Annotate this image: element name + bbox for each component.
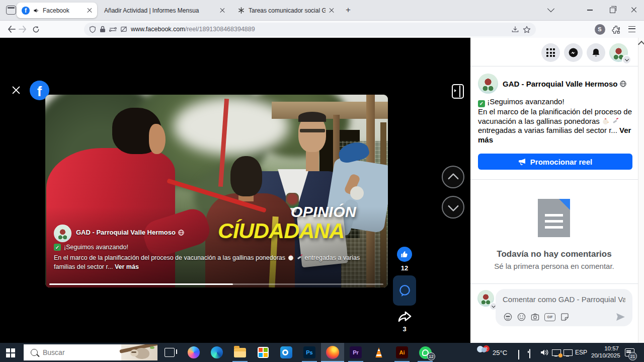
promote-reel-button[interactable]: Promocionar reel [478, 154, 632, 170]
notifications-button[interactable] [587, 43, 605, 62]
reel-video[interactable]: OPINIÓN CÍUDADANA GAD - Parroquial Valle… [45, 95, 388, 287]
close-reel-icon[interactable] [9, 83, 23, 97]
see-more-link[interactable]: Ver más [115, 263, 139, 270]
outlook-icon [280, 346, 292, 358]
taskbar-search[interactable] [24, 344, 157, 360]
tab-close-icon[interactable] [220, 8, 225, 13]
url-bar[interactable]: www.facebook.com/reel/1891308468394889 [84, 23, 536, 36]
edge-button[interactable] [205, 343, 228, 362]
save-page-icon[interactable] [511, 26, 519, 33]
page-header: GAD - Parroquial Valle Hermoso [478, 74, 626, 94]
collapse-sidebar-icon[interactable] [452, 84, 464, 99]
like-count: 12 [389, 264, 420, 272]
previous-reel-button[interactable] [442, 166, 464, 188]
language-indicator[interactable]: ESP [575, 349, 587, 356]
comment-button[interactable] [393, 275, 416, 306]
video-progress-bar[interactable] [49, 283, 383, 285]
start-button[interactable] [6, 348, 15, 357]
screen: f Facebook Añadir Actividad | Informes M… [0, 0, 644, 362]
syringe-icon [296, 254, 303, 261]
account-chevron-icon[interactable] [622, 55, 631, 64]
store-icon [258, 347, 269, 358]
tab-tareas[interactable]: Tareas comunicador social GAD [232, 3, 339, 18]
clock[interactable]: 10:57 20/10/2025 [591, 345, 619, 359]
check-icon: ✓ [54, 244, 61, 251]
avatar-sticker-icon[interactable] [504, 313, 512, 321]
page-name[interactable]: GAD - Parroquial Valle Hermoso [503, 80, 626, 88]
thumbs-up-icon [400, 250, 409, 258]
check-icon: ✓ [478, 100, 485, 107]
minimize-button[interactable] [580, 0, 599, 20]
menu-hamburger-icon[interactable] [624, 21, 639, 38]
video-progress-played [49, 283, 233, 285]
file-explorer-button[interactable] [228, 343, 252, 362]
send-icon[interactable] [616, 313, 625, 321]
vlc-button[interactable] [367, 343, 390, 362]
next-reel-button[interactable] [442, 196, 464, 219]
weather-badge: 2 [483, 345, 490, 352]
temperature-label[interactable]: 25°C [493, 349, 507, 356]
apps-menu-button[interactable] [541, 43, 560, 62]
tab-close-icon[interactable] [87, 8, 92, 13]
volume-icon[interactable] [540, 349, 549, 358]
like-button[interactable] [397, 247, 412, 262]
blocked-autoplay-icon[interactable] [120, 26, 127, 33]
grid-icon [546, 48, 555, 57]
messenger-button[interactable] [564, 43, 583, 62]
tray-expand-icon[interactable] [518, 351, 519, 360]
no-comments-subtitle: Sé la primera persona en comentar. [470, 262, 638, 270]
task-view-button[interactable] [158, 343, 181, 362]
window-close-button[interactable] [624, 0, 643, 20]
page-avatar[interactable] [478, 74, 498, 94]
reel-stage: f [0, 38, 470, 343]
page-name-overlay[interactable]: GAD - Parroquial Valle Hermoso [76, 229, 184, 236]
scroll-up-icon[interactable] [637, 41, 644, 48]
time-label: 10:57 [591, 345, 619, 352]
firefox-view-icon[interactable] [6, 6, 16, 15]
search-input[interactable] [42, 348, 99, 357]
comment-placeholder[interactable]: Comentar como GAD - Parroquial Vall... [503, 295, 625, 304]
reload-button[interactable] [28, 21, 43, 38]
premiere-button[interactable]: Pr [344, 343, 367, 362]
search-highlight-sloth-image[interactable] [121, 344, 157, 360]
facebook-favicon: f [22, 7, 30, 15]
lock-icon[interactable] [100, 26, 106, 33]
comment-bubble-icon [398, 284, 412, 298]
firefox-button[interactable] [321, 343, 344, 362]
gif-icon[interactable]: GIF [544, 313, 555, 321]
browser-tab-strip: f Facebook Añadir Actividad | Informes M… [0, 0, 644, 21]
whatsapp-button[interactable]: 12 [414, 343, 437, 362]
illustrator-button[interactable]: Ai [390, 343, 414, 362]
notification-center-button[interactable]: 21 [625, 348, 634, 356]
outlook-button[interactable] [275, 343, 298, 362]
share-button[interactable] [397, 310, 413, 326]
new-tab-button[interactable]: + [342, 4, 354, 16]
photoshop-button[interactable]: Ps [298, 343, 321, 362]
comment-composer[interactable]: Comentar como GAD - Parroquial Vall... G… [496, 289, 632, 326]
shield-icon[interactable] [89, 26, 96, 33]
tab-informes[interactable]: Añadir Actividad | Informes Mensua [99, 3, 230, 18]
tab-audio-icon[interactable] [33, 8, 39, 14]
divider [470, 283, 638, 284]
network-icon[interactable] [564, 349, 573, 356]
phone-link-icon[interactable] [529, 349, 530, 358]
restore-button[interactable] [603, 0, 622, 20]
caption-body-overlay[interactable]: En el marco de la planificación del proc… [54, 253, 380, 271]
camera-icon[interactable] [531, 313, 539, 321]
extension-s-button[interactable]: S [592, 21, 607, 38]
tab-facebook[interactable]: f Facebook [17, 3, 97, 18]
bookmark-star-icon[interactable] [523, 26, 531, 33]
sticker-icon[interactable] [560, 313, 569, 321]
tab-close-icon[interactable] [329, 8, 334, 13]
copilot-button[interactable] [182, 343, 205, 362]
list-tabs-button[interactable] [541, 0, 560, 20]
emoji-icon[interactable] [517, 313, 526, 321]
url-text[interactable]: www.facebook.com/reel/1891308468394889 [131, 26, 508, 33]
page-avatar[interactable] [54, 225, 71, 242]
extensions-puzzle-icon[interactable] [608, 21, 623, 38]
cast-screen-icon[interactable] [552, 349, 561, 356]
permissions-icon[interactable] [109, 26, 117, 33]
page-scrollbar[interactable] [638, 38, 644, 343]
edge-icon [211, 346, 223, 358]
store-button[interactable] [252, 343, 275, 362]
